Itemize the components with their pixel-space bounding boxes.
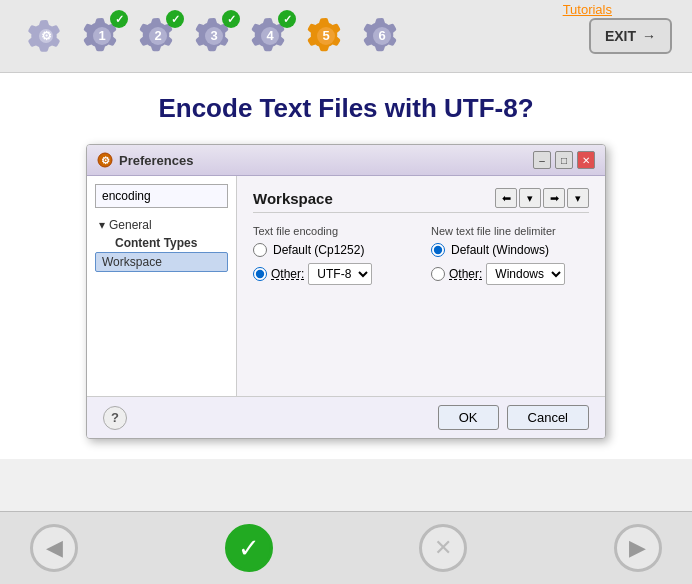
nav-arrows: ⬅ ▾ ➡ ▾ [495, 188, 589, 208]
nav-menu-arrow[interactable]: ▾ [567, 188, 589, 208]
line-other-row: Other: Windows [431, 263, 589, 285]
line-delimiter-label: New text file line delimiter [431, 225, 589, 237]
gear-step-4: 4 ✓ [244, 10, 296, 62]
step3-check: ✓ [222, 10, 240, 28]
left-panel: ▾ General Content Types Workspace [87, 176, 237, 396]
nav-dropdown-arrow[interactable]: ▾ [519, 188, 541, 208]
nav-back-arrow[interactable]: ⬅ [495, 188, 517, 208]
svg-text:4: 4 [266, 28, 274, 43]
svg-text:⚙: ⚙ [41, 29, 52, 43]
encoding-other-row: Other: UTF-8 [253, 263, 411, 285]
encoding-default-row: Default (Cp1252) [253, 243, 411, 257]
forward-arrow-icon: ▶ [629, 535, 646, 561]
tree-content-types[interactable]: Content Types [95, 234, 228, 252]
dialog-maximize-button[interactable]: □ [555, 151, 573, 169]
encoding-section: Text file encoding Default (Cp1252) Othe… [253, 225, 589, 291]
encoding-other-label: Other: [271, 267, 304, 281]
dialog-minimize-button[interactable]: – [533, 151, 551, 169]
encoding-default-radio[interactable] [253, 243, 267, 257]
footer-buttons: OK Cancel [438, 405, 589, 430]
dialog-titlebar: ⚙ Preferences – □ ✕ [87, 145, 605, 176]
gear-step-0: ⚙ [20, 10, 72, 62]
dialog-title-group: ⚙ Preferences [97, 152, 193, 168]
svg-text:2: 2 [154, 28, 161, 43]
confirm-button[interactable]: ✓ [225, 524, 273, 572]
line-default-row: Default (Windows) [431, 243, 589, 257]
line-other-radio[interactable] [431, 267, 445, 281]
gear-steps: ⚙ 1 ✓ 2 ✓ 3 ✓ [20, 10, 408, 62]
line-default-label: Default (Windows) [451, 243, 549, 257]
exit-button[interactable]: EXIT → [589, 18, 672, 54]
tree-workspace[interactable]: Workspace [95, 252, 228, 272]
back-arrow-icon: ◀ [46, 535, 63, 561]
tree-content-types-label: Content Types [115, 236, 197, 250]
exit-arrow-icon: → [642, 28, 656, 44]
gear-step-6: 6 [356, 10, 408, 62]
svg-text:5: 5 [322, 28, 329, 43]
encoding-other-radio[interactable] [253, 267, 267, 281]
line-other-label: Other: [449, 267, 482, 281]
dialog-footer: ? OK Cancel [87, 396, 605, 438]
forward-button[interactable]: ▶ [614, 524, 662, 572]
dialog-overlay: ⚙ Preferences – □ ✕ ▾ General [40, 144, 652, 439]
gear-step-2: 2 ✓ [132, 10, 184, 62]
cancel-nav-button[interactable]: ✕ [419, 524, 467, 572]
main-content: Encode Text Files with UTF-8? ⚙ Preferen… [0, 73, 692, 459]
gear-step-5: 5 [300, 10, 352, 62]
line-other-select[interactable]: Windows [486, 263, 565, 285]
dialog-controls: – □ ✕ [533, 151, 595, 169]
line-default-radio[interactable] [431, 243, 445, 257]
svg-text:⚙: ⚙ [101, 155, 110, 166]
step4-check: ✓ [278, 10, 296, 28]
exit-label: EXIT [605, 28, 636, 44]
checkmark-icon: ✓ [238, 533, 260, 564]
ok-button[interactable]: OK [438, 405, 499, 430]
encoding-other-select[interactable]: UTF-8 [308, 263, 372, 285]
encoding-default-label: Default (Cp1252) [273, 243, 364, 257]
back-button[interactable]: ◀ [30, 524, 78, 572]
bottom-bar: ◀ ✓ ✕ ▶ [0, 511, 692, 584]
step1-check: ✓ [110, 10, 128, 28]
preferences-icon: ⚙ [97, 152, 113, 168]
tree-workspace-label: Workspace [102, 255, 162, 269]
tutorials-link[interactable]: Tutorials [563, 2, 612, 17]
page-title: Encode Text Files with UTF-8? [40, 93, 652, 124]
x-icon: ✕ [434, 535, 452, 561]
tree-general-label: General [109, 218, 152, 232]
svg-text:3: 3 [210, 28, 217, 43]
dialog-title-text: Preferences [119, 153, 193, 168]
tree-expand-icon: ▾ [99, 218, 105, 232]
gear-step-1: 1 ✓ [76, 10, 128, 62]
cancel-button[interactable]: Cancel [507, 405, 589, 430]
search-input[interactable] [95, 184, 228, 208]
nav-forward-arrow[interactable]: ➡ [543, 188, 565, 208]
line-delimiter-column: New text file line delimiter Default (Wi… [431, 225, 589, 291]
help-button[interactable]: ? [103, 406, 127, 430]
text-encoding-column: Text file encoding Default (Cp1252) Othe… [253, 225, 411, 291]
gear-step-3: 3 ✓ [188, 10, 240, 62]
svg-text:1: 1 [98, 28, 105, 43]
svg-text:6: 6 [378, 28, 385, 43]
preferences-dialog: ⚙ Preferences – □ ✕ ▾ General [86, 144, 606, 439]
text-encoding-label: Text file encoding [253, 225, 411, 237]
right-panel-title-text: Workspace [253, 190, 333, 207]
tree-general[interactable]: ▾ General [95, 216, 228, 234]
right-panel-header: Workspace ⬅ ▾ ➡ ▾ [253, 188, 589, 213]
dialog-body: ▾ General Content Types Workspace Worksp… [87, 176, 605, 396]
right-panel: Workspace ⬅ ▾ ➡ ▾ Text file encoding [237, 176, 605, 396]
step2-check: ✓ [166, 10, 184, 28]
dialog-close-button[interactable]: ✕ [577, 151, 595, 169]
